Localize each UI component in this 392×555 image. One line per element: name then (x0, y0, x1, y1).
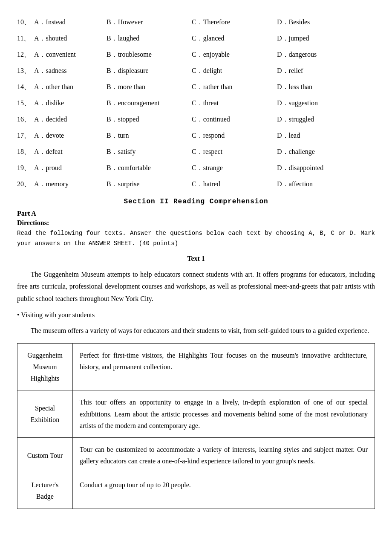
mc-number: 12、 (17, 49, 34, 60)
mc-option-c: C．hatred (192, 179, 277, 189)
mc-number: 15、 (17, 98, 34, 108)
mc-number: 19、 (17, 163, 34, 173)
mc-option-d: D．disappointed (277, 163, 349, 173)
mc-option-d: D．Besides (277, 17, 349, 27)
mc-number: 10、 (17, 17, 34, 27)
directions-label: Directions: (17, 219, 375, 227)
mc-option-d: D．suggestion (277, 98, 349, 108)
tour-name-cell: Lecturer's Badge (17, 473, 73, 509)
text-title: Text 1 (17, 255, 375, 263)
mc-option-b: B．satisfy (107, 147, 192, 157)
mc-option-b: B．turn (107, 130, 192, 141)
mc-option-b: B．comfortable (107, 163, 192, 173)
mc-option-a: A．devote (34, 130, 107, 141)
mc-option-b: B．laughed (107, 33, 192, 43)
tour-name-cell: Custom Tour (17, 437, 73, 473)
mc-option-b: B．stopped (107, 114, 192, 124)
mc-option-d: D．lead (277, 130, 349, 141)
table-row: Lecturer's BadgeConduct a group tour of … (17, 473, 375, 509)
tour-name-cell: Guggenheim Museum Highlights (17, 343, 73, 390)
mc-number: 14、 (17, 82, 34, 92)
tour-table: Guggenheim Museum HighlightsPerfect for … (17, 343, 375, 509)
mc-option-c: C．Therefore (192, 17, 277, 27)
mc-option-b: B．more than (107, 82, 192, 92)
mc-option-b: B．displeasure (107, 66, 192, 76)
mc-option-c: C．threat (192, 98, 277, 108)
mc-option-d: D．relief (277, 66, 349, 76)
tour-description-cell: This tour offers an opportunity to engag… (73, 390, 375, 438)
directions-text: Read the following four texts. Answer th… (17, 228, 375, 249)
mc-row: 13、A．sadnessB．displeasureC．delightD．reli… (17, 66, 375, 76)
mc-number: 18、 (17, 147, 34, 157)
mc-option-b: B．However (107, 17, 192, 27)
tour-description-cell: Conduct a group tour of up to 20 people. (73, 473, 375, 509)
mc-option-d: D．less than (277, 82, 349, 92)
bullet-heading: • Visiting with your students (17, 311, 375, 319)
mc-number: 11、 (17, 33, 34, 43)
mc-option-a: A．sadness (34, 66, 107, 76)
passage-para-1: The Guggenheim Museum attempts to help e… (17, 269, 375, 305)
tour-description-cell: Perfect for first-time visitors, the Hig… (73, 343, 375, 390)
mc-option-c: C．glanced (192, 33, 277, 43)
mc-option-d: D．jumped (277, 33, 349, 43)
mc-option-a: A．dislike (34, 98, 107, 108)
passage-para-2: The museum offers a variety of ways for … (17, 325, 375, 337)
mc-row: 17、A．devoteB．turnC．respondD．lead (17, 130, 375, 141)
mc-number: 16、 (17, 114, 34, 124)
mc-option-c: C．enjoyable (192, 49, 277, 60)
mc-option-c: C．rather than (192, 82, 277, 92)
mc-option-a: A．proud (34, 163, 107, 173)
mc-option-a: A．defeat (34, 147, 107, 157)
mc-number: 20、 (17, 179, 34, 189)
mc-option-a: A．Instead (34, 17, 107, 27)
mc-option-c: C．respect (192, 147, 277, 157)
tour-description-cell: Tour can be customized to accommodate a … (73, 437, 375, 473)
mc-option-c: C．continued (192, 114, 277, 124)
mc-row: 11、A．shoutedB．laughedC．glancedD．jumped (17, 33, 375, 43)
mc-option-b: B．troublesome (107, 49, 192, 60)
mc-row: 14、A．other thanB．more thanC．rather thanD… (17, 82, 375, 92)
table-row: Guggenheim Museum HighlightsPerfect for … (17, 343, 375, 390)
table-row: Custom TourTour can be customized to acc… (17, 437, 375, 473)
mc-row: 15、A．dislikeB．encouragementC．threatD．sug… (17, 98, 375, 108)
mc-option-a: A．memory (34, 179, 107, 189)
section-title: Section II Reading Comprehension (17, 198, 375, 205)
mc-row: 20、A．memoryB．surpriseC．hatredD．affection (17, 179, 375, 189)
mc-option-a: A．shouted (34, 33, 107, 43)
mc-option-d: D．dangerous (277, 49, 349, 60)
table-row: Special ExhibitionThis tour offers an op… (17, 390, 375, 438)
mc-number: 17、 (17, 130, 34, 141)
mc-option-d: D．struggled (277, 114, 349, 124)
multiple-choice-section: 10、A．InsteadB．HoweverC．ThereforeD．Beside… (17, 17, 375, 189)
mc-option-b: B．surprise (107, 179, 192, 189)
mc-row: 12、A．convenientB．troublesomeC．enjoyableD… (17, 49, 375, 60)
mc-row: 10、A．InsteadB．HoweverC．ThereforeD．Beside… (17, 17, 375, 27)
part-label: Part A (17, 210, 375, 217)
mc-option-a: A．convenient (34, 49, 107, 60)
mc-row: 19、A．proudB．comfortableC．strangeD．disapp… (17, 163, 375, 173)
mc-number: 13、 (17, 66, 34, 76)
mc-option-d: D．challenge (277, 147, 349, 157)
mc-row: 18、A．defeatB．satisfyC．respectD．challenge (17, 147, 375, 157)
mc-row: 16、A．decidedB．stoppedC．continuedD．strugg… (17, 114, 375, 124)
mc-option-c: C．strange (192, 163, 277, 173)
mc-option-a: A．other than (34, 82, 107, 92)
tour-name-cell: Special Exhibition (17, 390, 73, 438)
mc-option-b: B．encouragement (107, 98, 192, 108)
mc-option-d: D．affection (277, 179, 349, 189)
mc-option-a: A．decided (34, 114, 107, 124)
mc-option-c: C．respond (192, 130, 277, 141)
mc-option-c: C．delight (192, 66, 277, 76)
